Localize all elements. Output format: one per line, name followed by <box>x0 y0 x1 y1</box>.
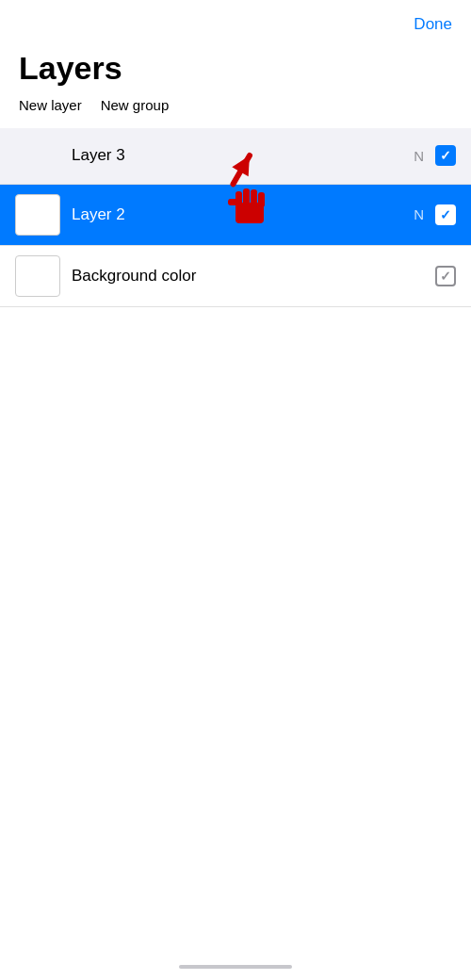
new-layer-button[interactable]: New layer <box>19 97 82 113</box>
layer-name: Background color <box>72 267 435 286</box>
new-group-button[interactable]: New group <box>101 97 170 113</box>
layer-visibility-checkbox[interactable]: ✓ <box>435 266 456 286</box>
layer-name: Layer 2 <box>72 205 414 224</box>
layer-blend: N <box>414 148 424 164</box>
layer-name: Layer 3 <box>72 146 414 165</box>
layers-list: Layer 3 N ✓ Layer 2 N ✓ Background color… <box>0 128 471 307</box>
title-section: Layers <box>0 41 471 91</box>
layer-visibility-checkbox[interactable]: ✓ <box>435 145 456 166</box>
check-icon: ✓ <box>440 270 451 283</box>
check-icon: ✓ <box>440 149 451 162</box>
layer-row[interactable]: Layer 2 N ✓ <box>0 185 471 246</box>
actions-row: New layer New group <box>0 91 471 124</box>
done-button[interactable]: Done <box>414 15 452 34</box>
layer-visibility-checkbox[interactable]: ✓ <box>435 204 456 225</box>
layer-row[interactable]: Layer 3 N ✓ <box>0 128 471 185</box>
home-indicator <box>179 965 292 969</box>
layer-thumbnail <box>15 194 60 236</box>
layer-thumbnail <box>15 255 60 297</box>
check-icon: ✓ <box>440 208 451 221</box>
layer-row[interactable]: Background color ✓ <box>0 246 471 307</box>
layer-blend: N <box>414 206 424 222</box>
page-title: Layers <box>19 49 452 88</box>
header: Done <box>0 0 471 41</box>
